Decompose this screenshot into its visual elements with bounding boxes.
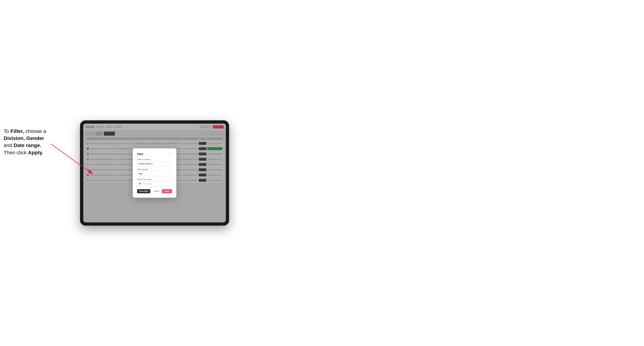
cancel-button[interactable]: Cancel: [152, 189, 161, 193]
tablet-area: Filter × Select a division NCAA Division…: [51, 120, 258, 226]
division-value: NCAA Division I: [139, 163, 153, 165]
modal-close-button[interactable]: ×: [169, 153, 172, 156]
gender-controls: × ⌃: [167, 173, 170, 175]
date-range-bold: Date range.: [14, 143, 42, 148]
clear-filter-button[interactable]: Clear filter: [137, 189, 150, 193]
gender-chevron-icon[interactable]: ⌃: [169, 173, 170, 175]
date-range-input[interactable]: 📅 Pick a date: [137, 181, 172, 186]
apply-bold: Apply.: [28, 150, 43, 155]
date-range-field: Select Date range 📅 Pick a date: [137, 178, 172, 186]
gender-clear-icon[interactable]: ×: [167, 173, 168, 175]
tablet-frame: Filter × Select a division NCAA Division…: [80, 120, 229, 226]
calendar-icon: 📅: [139, 183, 141, 185]
modal-footer-right: Cancel Apply: [152, 189, 172, 193]
gender-label: Select gender: [137, 169, 172, 171]
division-field: Select a division NCAA Division I × ⌃: [137, 159, 172, 166]
gender-field: Select gender Men × ⌃: [137, 169, 172, 176]
gender-value: Men: [139, 173, 142, 175]
modal-footer: Clear filter Cancel Apply: [137, 189, 172, 193]
modal-header: Filter ×: [137, 153, 172, 156]
tablet-screen: Filter × Select a division NCAA Division…: [83, 124, 226, 222]
division-select[interactable]: NCAA Division I × ⌃: [137, 161, 172, 166]
gender-select[interactable]: Men × ⌃: [137, 171, 172, 176]
modal-overlay: Filter × Select a division NCAA Division…: [83, 124, 226, 222]
filter-bold: Filter,: [10, 128, 24, 134]
division-gender-bold: Division, Gender: [4, 135, 44, 141]
division-chevron-icon[interactable]: ⌃: [169, 163, 170, 165]
division-clear-icon[interactable]: ×: [167, 163, 168, 165]
instruction-block: To Filter, choose a Division, Gender and…: [4, 120, 51, 156]
modal-title: Filter: [137, 153, 143, 156]
filter-modal: Filter × Select a division NCAA Division…: [133, 148, 176, 198]
date-range-label: Select Date range: [137, 178, 172, 180]
apply-button[interactable]: Apply: [162, 189, 172, 193]
division-controls: × ⌃: [167, 163, 170, 165]
date-placeholder: Pick a date: [142, 183, 152, 185]
division-label: Select a division: [137, 159, 172, 161]
